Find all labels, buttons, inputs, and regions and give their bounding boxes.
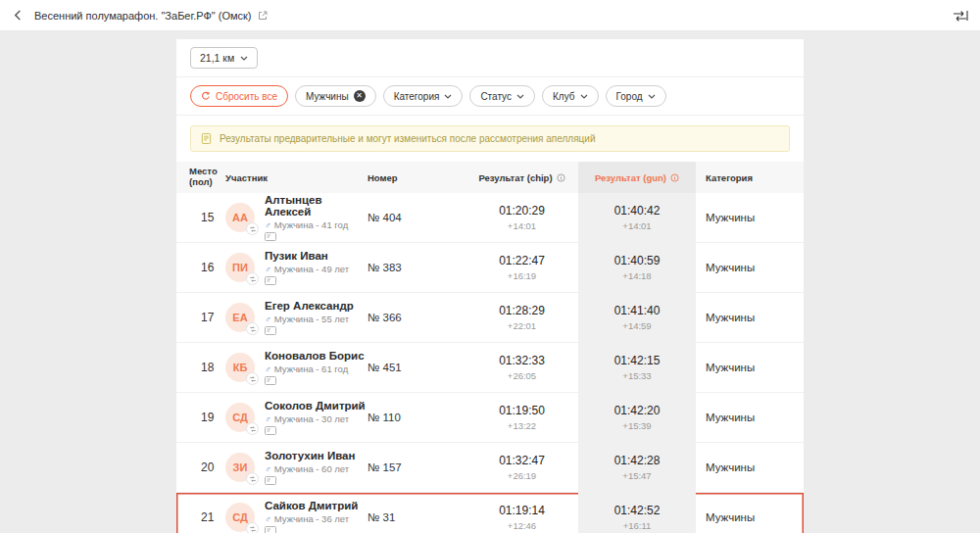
gun-diff: +14:59 [622, 320, 651, 331]
participant-name[interactable]: Коновалов Борис [265, 350, 365, 362]
place-value: 16 [189, 261, 214, 274]
header-place: Место (пол) [176, 162, 225, 193]
avatar-badge-icon [246, 372, 259, 385]
chip-result-cell: 01:32:47 +26:19 [466, 443, 578, 492]
number-cell: № 31 [368, 493, 466, 533]
table-row[interactable]: 15 АА Алтынцев Алексей ♂ Мужчина - 41 го… [176, 193, 804, 243]
filter-club[interactable]: Клуб [542, 85, 599, 107]
table-row[interactable]: 16 ПИ Пузик Иван ♂ Мужчина - 49 лет [176, 243, 804, 293]
participant-name[interactable]: Пузик Иван [265, 250, 349, 262]
participant-cell: ПИ Пузик Иван ♂ Мужчина - 49 лет [225, 243, 368, 292]
chip-time: 01:32:33 [499, 354, 545, 367]
chip-diff: +26:19 [508, 470, 536, 481]
category-cell: Мужчины [696, 443, 804, 492]
close-icon[interactable]: ✕ [354, 90, 366, 102]
chip-time: 01:22:47 [499, 254, 545, 267]
category-value: Мужчины [706, 511, 755, 523]
table-row[interactable]: 18 КБ Коновалов Борис ♂ Мужчина - 61 год [176, 343, 804, 393]
gun-diff: +15:47 [622, 470, 651, 481]
document-icon [201, 133, 212, 144]
participant-age: Мужчина - 30 лет [274, 413, 349, 424]
avatar-badge-icon [246, 522, 259, 533]
warning-banner: Результаты предварительные и могут измен… [190, 125, 790, 152]
category-cell: Мужчины [696, 493, 804, 533]
header-category: Категория [696, 162, 804, 193]
swap-icon[interactable] [953, 10, 968, 22]
warning-text: Результаты предварительные и могут измен… [220, 133, 596, 144]
id-card-icon [265, 376, 365, 385]
back-button[interactable] [12, 9, 24, 22]
place-cell: 20 [176, 443, 225, 492]
gun-time: 01:42:15 [614, 354, 661, 367]
chip-diff: +13:22 [508, 420, 536, 431]
filter-city[interactable]: Город [606, 85, 666, 107]
male-icon: ♂ [265, 414, 271, 424]
category-value: Мужчины [706, 212, 755, 223]
gun-result-cell: 01:42:28 +15:47 [578, 443, 696, 492]
avatar-badge-icon [246, 222, 259, 235]
number-cell: № 404 [368, 193, 466, 242]
bib-number: № 404 [368, 212, 402, 223]
reset-all-label: Сбросить все [216, 91, 277, 102]
info-icon[interactable] [670, 173, 679, 182]
gun-time: 01:41:40 [614, 304, 661, 317]
participant-sub: ♂ Мужчина - 61 год [265, 363, 365, 374]
gun-time: 01:42:20 [614, 404, 661, 417]
filter-status[interactable]: Статус [469, 85, 535, 107]
external-link-icon[interactable] [258, 11, 268, 21]
number-cell: № 110 [368, 393, 466, 442]
participant-name[interactable]: Алтынцев Алексей [265, 194, 368, 218]
filter-category[interactable]: Категория [383, 85, 464, 107]
distance-dropdown[interactable]: 21,1 км [190, 47, 258, 69]
participant-cell: СД Соколов Дмитрий ♂ Мужчина - 30 лет [225, 393, 368, 442]
participant-info: Соколов Дмитрий ♂ Мужчина - 30 лет [265, 400, 366, 435]
chip-result-cell: 01:28:29 +22:01 [466, 293, 578, 342]
chip-diff: +26:05 [508, 370, 536, 381]
number-cell: № 366 [368, 293, 466, 342]
category-value: Мужчины [706, 312, 755, 323]
male-icon: ♂ [265, 464, 271, 474]
avatar: АА [225, 203, 255, 232]
table-body: 15 АА Алтынцев Алексей ♂ Мужчина - 41 го… [176, 193, 804, 533]
place-value: 18 [189, 361, 214, 374]
id-card-icon [265, 476, 355, 485]
participant-name[interactable]: Сайков Дмитрий [265, 500, 358, 511]
table-row[interactable]: 19 СД Соколов Дмитрий ♂ Мужчина - 30 лет [176, 393, 804, 443]
chevron-down-icon [580, 94, 588, 99]
participant-info: Пузик Иван ♂ Мужчина - 49 лет [265, 250, 349, 285]
header-chip-result[interactable]: Результат (chip) [466, 162, 578, 193]
participant-name[interactable]: Соколов Дмитрий [265, 400, 366, 412]
place-cell: 16 [176, 243, 225, 292]
id-card-icon [265, 526, 358, 533]
filter-category-label: Категория [394, 91, 440, 102]
participant-info: Алтынцев Алексей ♂ Мужчина - 41 год [265, 194, 368, 241]
participant-name[interactable]: Егер Александр [265, 300, 354, 312]
filters-bar: Сбросить все Мужчины ✕ Категория Статус … [176, 77, 804, 116]
participant-age: Мужчина - 36 лет [274, 513, 349, 524]
place-value: 19 [189, 411, 214, 424]
gender-filter-chip[interactable]: Мужчины ✕ [295, 85, 376, 107]
male-icon: ♂ [265, 364, 271, 374]
table-row[interactable]: 21 СД Сайков Дмитрий ♂ Мужчина - 36 лет [176, 493, 804, 533]
participant-name[interactable]: Золотухин Иван [265, 450, 355, 461]
table-row[interactable]: 20 ЗИ Золотухин Иван ♂ Мужчина - 60 лет [176, 443, 804, 493]
category-cell: Мужчины [696, 293, 804, 342]
place-value: 15 [189, 211, 214, 224]
chip-result-cell: 01:22:47 +16:19 [466, 243, 578, 292]
avatar: ПИ [225, 253, 255, 282]
chip-time: 01:32:47 [499, 454, 545, 467]
table-row[interactable]: 17 ЕА Егер Александр ♂ Мужчина - 55 лет [176, 293, 804, 343]
chip-diff: +22:01 [508, 320, 536, 331]
header-gun-result[interactable]: Результат (gun) [578, 162, 696, 193]
participant-sub: ♂ Мужчина - 36 лет [265, 513, 358, 524]
avatar-badge-icon [246, 422, 259, 435]
participant-sub: ♂ Мужчина - 55 лет [265, 314, 354, 324]
category-cell: Мужчины [696, 343, 804, 392]
chip-diff: +16:19 [508, 270, 536, 281]
gun-result-cell: 01:42:20 +15:39 [578, 393, 696, 442]
info-icon[interactable] [557, 173, 565, 182]
bib-number: № 110 [368, 412, 401, 423]
gun-time: 01:42:52 [614, 504, 661, 517]
id-card-icon [265, 326, 354, 335]
reset-all-button[interactable]: Сбросить все [190, 85, 288, 107]
